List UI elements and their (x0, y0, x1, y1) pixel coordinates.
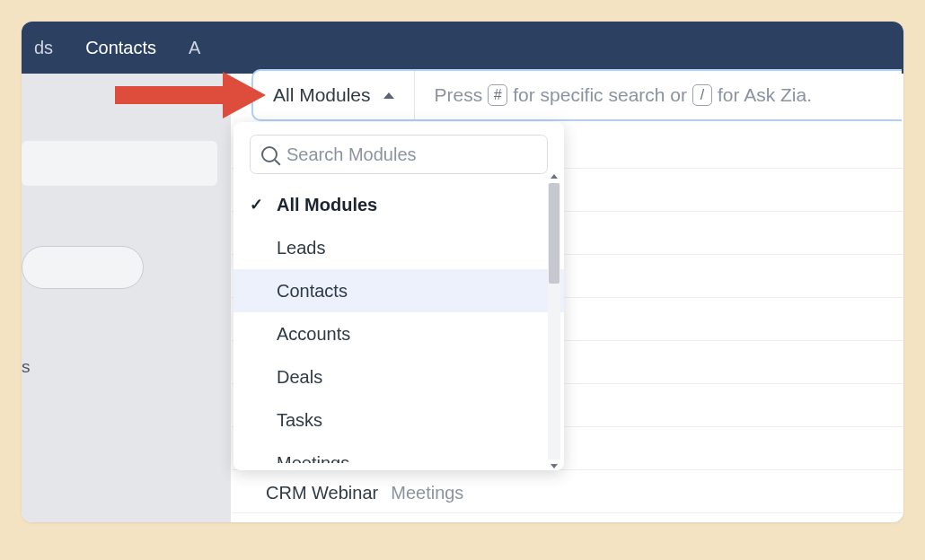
top-nav: ds Contacts A (22, 22, 903, 74)
search-icon (261, 146, 278, 162)
scroll-up-icon[interactable] (551, 174, 558, 179)
app-window: ds Contacts A s All Modules Press # for … (22, 22, 903, 522)
module-dropdown-list: ✓ All Modules Leads Contacts Accounts De… (233, 183, 564, 463)
module-search-placeholder: Search Modules (286, 144, 417, 165)
left-chip[interactable] (22, 246, 144, 289)
search-input[interactable]: Press # for specific search or / for Ask… (415, 84, 812, 106)
dropdown-item-leads[interactable]: Leads (233, 226, 564, 269)
global-search-bar: All Modules Press # for specific search … (251, 69, 902, 121)
scroll-down-icon[interactable] (551, 464, 558, 468)
dropdown-item-accounts[interactable]: Accounts (233, 312, 564, 355)
left-filter-bar[interactable] (22, 141, 217, 186)
dropdown-item-label: Contacts (277, 281, 348, 302)
nav-item-contacts[interactable]: Contacts (82, 23, 160, 73)
hint-mid: for specific search or (513, 84, 687, 106)
dropdown-item-label: Tasks (277, 410, 322, 431)
search-result-row[interactable]: CRM Webinar Meetings (266, 483, 463, 503)
check-icon: ✓ (250, 195, 263, 214)
dropdown-item-contacts[interactable]: Contacts (233, 269, 564, 312)
caret-up-icon (383, 92, 394, 99)
hint-prefix: Press (435, 84, 483, 106)
nav-item-leads[interactable]: ds (31, 23, 57, 73)
module-dropdown: Search Modules ✓ All Modules Leads Conta… (233, 122, 564, 470)
dropdown-item-deals[interactable]: Deals (233, 355, 564, 398)
dropdown-item-label: All Modules (277, 195, 377, 215)
hint-suffix: for Ask Zia. (718, 84, 812, 106)
dropdown-item-label: Deals (277, 367, 322, 388)
dropdown-item-all-modules[interactable]: ✓ All Modules (233, 183, 564, 226)
left-panel: s (22, 74, 231, 522)
dropdown-item-label: Accounts (277, 324, 350, 345)
dropdown-item-tasks[interactable]: Tasks (233, 398, 564, 442)
module-search-input[interactable]: Search Modules (250, 135, 548, 174)
module-selector[interactable]: All Modules (253, 71, 415, 119)
left-partial-text: s (22, 357, 31, 377)
scrollbar-thumb[interactable] (549, 183, 559, 284)
keycap-hash-icon: # (488, 84, 507, 106)
result-title: CRM Webinar (266, 483, 378, 503)
dropdown-scrollbar[interactable] (548, 183, 560, 459)
result-module: Meetings (391, 483, 463, 503)
dropdown-item-label: Meetings (277, 453, 349, 464)
dropdown-item-meetings[interactable]: Meetings (233, 442, 564, 463)
module-selector-label: All Modules (273, 84, 371, 106)
nav-item-accounts[interactable]: A (185, 23, 204, 73)
keycap-slash-icon: / (692, 84, 712, 106)
dropdown-item-label: Leads (277, 238, 326, 258)
